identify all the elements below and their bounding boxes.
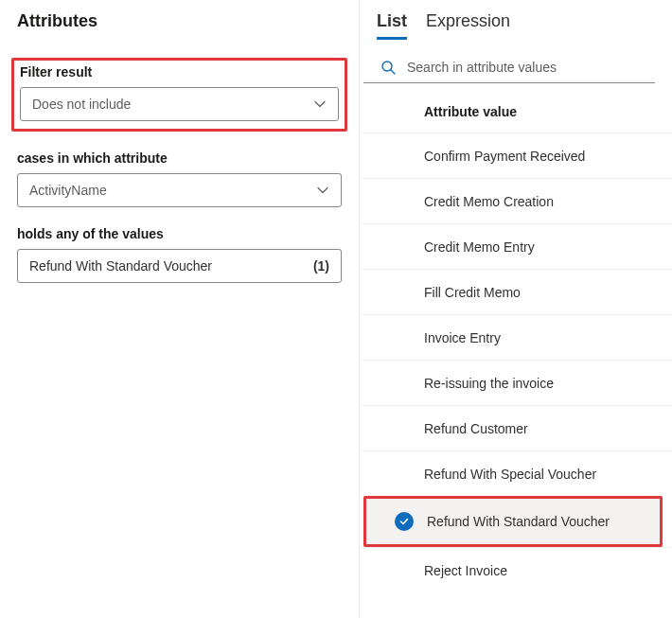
list-item-label: Credit Memo Creation <box>424 194 554 209</box>
attribute-value-list: Confirm Payment Received Credit Memo Cre… <box>360 132 672 592</box>
list-item[interactable]: Re-issuing the invoice <box>360 360 672 405</box>
svg-line-1 <box>391 70 395 74</box>
list-item[interactable]: Refund Customer <box>360 405 672 450</box>
list-item-label: Credit Memo Entry <box>424 239 535 255</box>
list-item[interactable]: Confirm Payment Received <box>360 132 672 178</box>
attribute-value: ActivityName <box>29 183 107 198</box>
tab-expression[interactable]: Expression <box>426 11 510 40</box>
list-item-label: Refund With Standard Voucher <box>427 514 610 529</box>
svg-point-0 <box>382 62 392 71</box>
list-item[interactable]: Invoice Entry <box>360 314 672 360</box>
values-select[interactable]: Refund With Standard Voucher (1) <box>17 249 342 283</box>
attribute-group: cases in which attribute ActivityName <box>17 150 342 207</box>
checkbox-icon <box>392 328 411 347</box>
values-count: (1) <box>313 258 329 274</box>
filter-result-group-highlight: Filter result Does not include <box>11 58 347 132</box>
list-item[interactable]: Refund With Special Voucher <box>360 450 672 496</box>
list-item[interactable]: Refund With Standard Voucher <box>366 499 660 544</box>
list-item-label: Refund Customer <box>424 421 528 436</box>
chevron-down-icon <box>313 97 327 111</box>
list-item-label: Invoice Entry <box>424 330 501 345</box>
filter-result-label: Filter result <box>20 64 339 79</box>
list-item-label: Reject Invoice <box>424 563 507 578</box>
checkbox-icon <box>392 374 411 393</box>
list-item-label: Re-issuing the invoice <box>424 376 554 391</box>
attribute-value-header: Attribute value <box>360 83 672 132</box>
attribute-label: cases in which attribute <box>17 150 342 166</box>
values-label: holds any of the values <box>17 226 342 241</box>
checkbox-icon <box>392 192 411 211</box>
search-icon <box>380 60 396 75</box>
checkbox-icon <box>392 465 411 484</box>
values-value: Refund With Standard Voucher <box>29 258 212 274</box>
list-item[interactable]: Reject Invoice <box>360 547 672 592</box>
list-item[interactable]: Credit Memo Creation <box>360 178 672 223</box>
checkbox-icon <box>392 561 411 580</box>
tabs: List Expression <box>360 11 672 41</box>
filter-result-select[interactable]: Does not include <box>20 87 339 121</box>
values-pane: List Expression Attribute value Confirm … <box>360 0 672 618</box>
list-item-label: Confirm Payment Received <box>424 149 585 164</box>
checkbox-icon <box>392 419 411 438</box>
search-input[interactable] <box>407 60 638 75</box>
checkbox-icon <box>392 283 411 302</box>
list-item-label: Fill Credit Memo <box>424 285 521 300</box>
chevron-down-icon <box>316 184 329 197</box>
tab-list[interactable]: List <box>377 11 407 40</box>
filter-result-value: Does not include <box>32 97 131 112</box>
list-item[interactable]: Fill Credit Memo <box>360 269 672 314</box>
attribute-select[interactable]: ActivityName <box>17 173 342 207</box>
attributes-title: Attributes <box>17 11 342 31</box>
list-item[interactable]: Credit Memo Entry <box>360 223 672 269</box>
search-row <box>363 41 655 83</box>
checkbox-icon <box>392 147 411 166</box>
values-group: holds any of the values Refund With Stan… <box>17 226 342 283</box>
checkmark-icon <box>395 512 414 531</box>
attributes-pane: Attributes Filter result Does not includ… <box>0 0 360 618</box>
list-item-label: Refund With Special Voucher <box>424 467 596 482</box>
checkbox-icon <box>392 238 411 256</box>
list-item-highlight: Refund With Standard Voucher <box>363 496 663 547</box>
